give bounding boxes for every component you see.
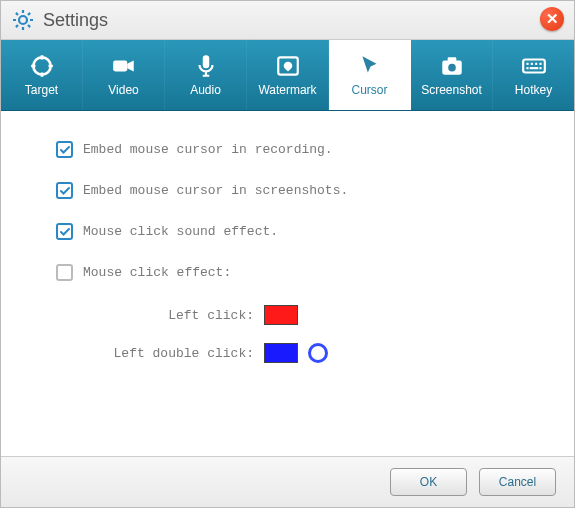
tab-bar: Target Video Audio Watermark Cursor xyxy=(1,40,574,111)
dialog-footer: OK Cancel xyxy=(1,456,574,507)
svg-rect-2 xyxy=(113,61,127,72)
option-embed-recording: Embed mouse cursor in recording. xyxy=(56,141,544,158)
left-double-click-color-swatch[interactable] xyxy=(264,343,298,363)
option-click-effect: Mouse click effect: xyxy=(56,264,544,281)
svg-rect-14 xyxy=(539,67,541,69)
left-double-click-label: Left double click: xyxy=(94,346,254,361)
camera-icon xyxy=(439,53,465,79)
tab-label: Video xyxy=(108,83,138,97)
tab-video[interactable]: Video xyxy=(83,40,165,110)
option-embed-screenshots: Embed mouse cursor in screenshots. xyxy=(56,182,544,199)
cancel-button[interactable]: Cancel xyxy=(479,468,556,496)
target-icon xyxy=(29,53,55,79)
option-label: Embed mouse cursor in screenshots. xyxy=(83,183,348,198)
tab-label: Watermark xyxy=(258,83,316,97)
cursor-settings-panel: Embed mouse cursor in recording. Embed m… xyxy=(1,111,574,456)
checkbox-embed-screenshots[interactable] xyxy=(56,182,73,199)
tab-screenshot[interactable]: Screenshot xyxy=(411,40,493,110)
tab-label: Hotkey xyxy=(515,83,552,97)
tab-audio[interactable]: Audio xyxy=(165,40,247,110)
tab-label: Target xyxy=(25,83,58,97)
option-label: Mouse click effect: xyxy=(83,265,231,280)
video-icon xyxy=(111,53,137,79)
svg-point-7 xyxy=(448,64,456,72)
window-title: Settings xyxy=(43,10,108,31)
close-icon: ✕ xyxy=(546,11,559,26)
click-effect-ring-icon xyxy=(308,343,328,363)
cursor-icon xyxy=(357,53,383,79)
tab-label: Screenshot xyxy=(421,83,482,97)
svg-rect-10 xyxy=(530,63,532,65)
svg-rect-3 xyxy=(202,55,209,68)
option-click-sound: Mouse click sound effect. xyxy=(56,223,544,240)
keyboard-icon xyxy=(521,53,547,79)
left-click-color-row: Left click: xyxy=(94,305,544,325)
svg-rect-15 xyxy=(529,67,538,69)
tab-target[interactable]: Target xyxy=(1,40,83,110)
tab-label: Audio xyxy=(190,83,221,97)
svg-point-1 xyxy=(33,57,50,74)
tab-watermark[interactable]: Watermark xyxy=(247,40,329,110)
ok-button[interactable]: OK xyxy=(390,468,467,496)
left-click-label: Left click: xyxy=(94,308,254,323)
tab-hotkey[interactable]: Hotkey xyxy=(493,40,574,110)
svg-point-0 xyxy=(19,16,27,24)
checkbox-click-sound[interactable] xyxy=(56,223,73,240)
left-double-click-color-row: Left double click: xyxy=(94,343,544,363)
svg-rect-13 xyxy=(526,67,528,69)
settings-window: Settings ✕ Target Video Audio xyxy=(0,0,575,508)
left-click-color-swatch[interactable] xyxy=(264,305,298,325)
svg-rect-6 xyxy=(447,57,456,61)
svg-rect-12 xyxy=(539,63,541,65)
svg-rect-8 xyxy=(523,60,545,73)
close-button[interactable]: ✕ xyxy=(540,7,564,31)
watermark-icon xyxy=(275,53,301,79)
svg-rect-11 xyxy=(535,63,537,65)
microphone-icon xyxy=(193,53,219,79)
gear-icon xyxy=(11,8,35,32)
checkbox-click-effect[interactable] xyxy=(56,264,73,281)
svg-rect-9 xyxy=(526,63,528,65)
titlebar: Settings ✕ xyxy=(1,1,574,40)
option-label: Mouse click sound effect. xyxy=(83,224,278,239)
checkbox-embed-recording[interactable] xyxy=(56,141,73,158)
tab-cursor[interactable]: Cursor xyxy=(329,40,411,110)
option-label: Embed mouse cursor in recording. xyxy=(83,142,333,157)
tab-label: Cursor xyxy=(351,83,387,97)
